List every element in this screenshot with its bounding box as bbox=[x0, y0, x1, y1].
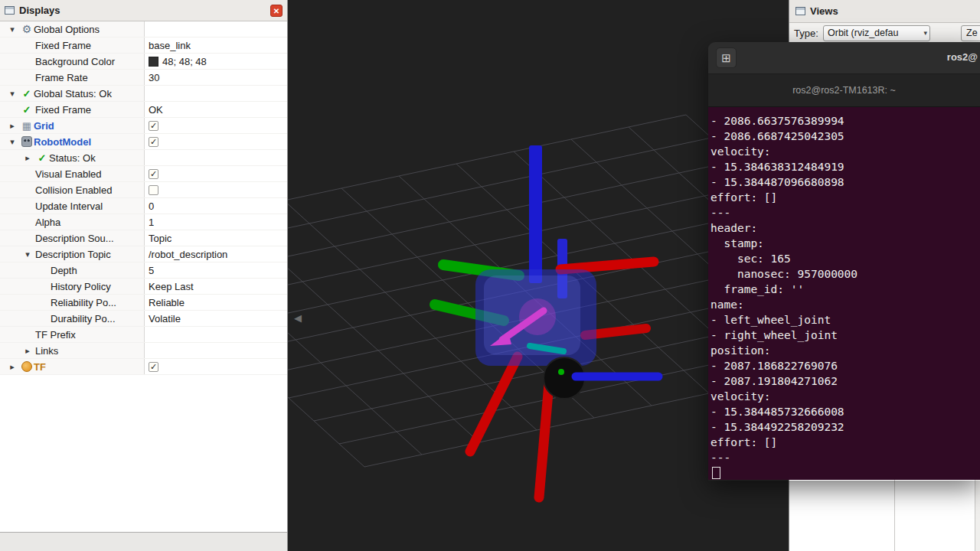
property-value-cell[interactable]: Reliable bbox=[144, 295, 287, 310]
property-value-cell[interactable]: 0 bbox=[144, 198, 287, 214]
property-label-cell: Alpha bbox=[0, 214, 144, 230]
expander-closed-icon[interactable]: ▸ bbox=[5, 121, 20, 131]
property-value-cell[interactable] bbox=[144, 86, 287, 101]
expander-open-icon[interactable]: ▾ bbox=[5, 137, 20, 147]
close-icon[interactable]: ✕ bbox=[270, 5, 283, 17]
indent-spacer bbox=[0, 206, 20, 207]
checkbox-unchecked[interactable] bbox=[149, 185, 158, 195]
property-label-cell: ▾Description Topic bbox=[0, 246, 144, 262]
property-value-cell[interactable]: 5 bbox=[144, 262, 287, 278]
tree-row[interactable]: ▸TF✓ bbox=[0, 359, 287, 375]
terminal-line: - 15.384638312484919 bbox=[710, 159, 980, 174]
expander-closed-icon[interactable]: ▸ bbox=[5, 362, 20, 372]
tree-row[interactable]: Visual Enabled✓ bbox=[0, 166, 287, 182]
property-value-cell[interactable]: 48; 48; 48 bbox=[144, 54, 287, 69]
tree-row[interactable]: Description Sou...Topic bbox=[0, 230, 287, 246]
property-value: 5 bbox=[149, 265, 154, 276]
terminal-line: - 2086.6637576389994 bbox=[710, 113, 980, 129]
new-tab-icon[interactable]: ⊞ bbox=[716, 47, 737, 68]
property-value-cell[interactable]: base_link bbox=[144, 37, 287, 53]
property-value-cell[interactable] bbox=[144, 150, 287, 165]
displays-property-tree: ▾Global OptionsFixed Framebase_linkBackg… bbox=[0, 21, 287, 532]
property-value-cell[interactable]: ✓ bbox=[144, 359, 287, 374]
tree-row[interactable]: ▾Global Status: Ok bbox=[0, 86, 287, 102]
property-value-cell[interactable]: 30 bbox=[144, 70, 287, 85]
tree-row[interactable]: ▾Description Topic/robot_description bbox=[0, 246, 287, 262]
expander-closed-icon[interactable]: ▸ bbox=[20, 153, 35, 163]
terminal-line: - 15.384487096680898 bbox=[710, 174, 980, 190]
tree-row[interactable]: Collision Enabled bbox=[0, 182, 287, 198]
checkbox-checked[interactable]: ✓ bbox=[149, 169, 158, 179]
tree-row[interactable]: ▾RobotModel✓ bbox=[0, 134, 287, 150]
expander-open-icon[interactable]: ▾ bbox=[5, 24, 20, 34]
tree-row[interactable]: Depth5 bbox=[0, 262, 287, 279]
tree-row[interactable]: Reliability Po...Reliable bbox=[0, 295, 287, 311]
property-value: Topic bbox=[149, 233, 172, 244]
indent-spacer bbox=[0, 190, 20, 191]
tree-row[interactable]: Alpha1 bbox=[0, 214, 287, 230]
tree-row[interactable]: Update Interval0 bbox=[0, 198, 287, 214]
panel-collapse-arrow-icon[interactable]: ◀ bbox=[294, 312, 302, 324]
expander-closed-icon[interactable]: ▸ bbox=[20, 346, 35, 356]
terminal-tab[interactable]: ros2@ros2-TM1613R: ~ bbox=[792, 85, 896, 96]
checkbox-checked[interactable]: ✓ bbox=[149, 362, 158, 372]
expander-open-icon[interactable]: ▾ bbox=[20, 249, 35, 259]
property-label: Reliability Po... bbox=[51, 297, 116, 308]
chevron-down-icon: ▾ bbox=[923, 29, 927, 37]
tree-row[interactable]: Frame Rate30 bbox=[0, 70, 287, 86]
terminal-line: --- bbox=[710, 205, 980, 220]
property-value-cell[interactable]: Volatile bbox=[144, 311, 287, 326]
property-label-cell: Background Color bbox=[0, 54, 144, 69]
checkbox-checked[interactable]: ✓ bbox=[149, 121, 158, 131]
property-label: Status: Ok bbox=[49, 152, 96, 164]
property-value-cell[interactable] bbox=[144, 327, 287, 342]
tree-row[interactable]: Durability Po...Volatile bbox=[0, 311, 287, 327]
property-value-cell[interactable]: ✓ bbox=[144, 134, 287, 149]
check-icon bbox=[20, 88, 34, 99]
grid-icon bbox=[20, 120, 34, 132]
terminal-titlebar[interactable]: ⊞ ros2@ bbox=[708, 42, 980, 74]
zero-button[interactable]: Ze bbox=[961, 25, 980, 41]
indent-spacer bbox=[0, 61, 20, 62]
tree-row[interactable]: History PolicyKeep Last bbox=[0, 279, 287, 295]
terminal-output[interactable]: - 2086.6637576389994- 2086.6687425042305… bbox=[708, 107, 980, 480]
property-value-cell[interactable]: Keep Last bbox=[144, 279, 287, 294]
displays-panel-header[interactable]: Displays ✕ bbox=[0, 0, 287, 21]
property-value-cell[interactable]: OK bbox=[144, 102, 287, 117]
robot-icon bbox=[20, 136, 34, 148]
property-value-cell[interactable]: Topic bbox=[144, 230, 287, 246]
views-type-row: Type: Orbit (rviz_defau ▾ Ze bbox=[789, 23, 980, 43]
indent-spacer bbox=[0, 45, 20, 46]
tree-row[interactable]: Fixed Framebase_link bbox=[0, 37, 287, 54]
terminal-tab-bar: ros2@ros2-TM1613R: ~ bbox=[708, 74, 980, 107]
property-label: Collision Enabled bbox=[35, 184, 112, 196]
terminal-line: stamp: bbox=[710, 236, 980, 251]
property-label: Global Options bbox=[34, 24, 100, 35]
view-type-dropdown[interactable]: Orbit (rviz_defau ▾ bbox=[823, 25, 930, 41]
property-value-cell[interactable]: /robot_description bbox=[144, 246, 287, 262]
tree-row[interactable]: Background Color48; 48; 48 bbox=[0, 54, 287, 70]
property-label-cell: ▸Grid bbox=[0, 118, 144, 133]
property-label-cell: ▸TF bbox=[0, 359, 144, 374]
tree-row[interactable]: ▸Grid✓ bbox=[0, 118, 287, 134]
views-panel-header[interactable]: Views bbox=[789, 0, 980, 23]
property-value-cell[interactable] bbox=[144, 182, 287, 197]
property-value-cell[interactable]: ✓ bbox=[144, 166, 287, 181]
tree-row[interactable]: Fixed FrameOK bbox=[0, 102, 287, 118]
property-value-cell[interactable]: ✓ bbox=[144, 118, 287, 133]
expander-open-icon[interactable]: ▾ bbox=[5, 89, 20, 99]
property-label: Background Color bbox=[35, 56, 115, 67]
property-value-cell[interactable]: 1 bbox=[144, 214, 287, 230]
property-value-cell[interactable] bbox=[144, 343, 287, 358]
terminal-line: sec: 165 bbox=[710, 251, 980, 266]
view-type-label: Type: bbox=[794, 28, 818, 39]
tree-row[interactable]: ▸Status: Ok bbox=[0, 150, 287, 166]
tree-row[interactable]: ▸Links bbox=[0, 343, 287, 359]
indent-spacer bbox=[0, 286, 35, 287]
indent-spacer bbox=[0, 109, 20, 110]
checkbox-checked[interactable]: ✓ bbox=[149, 137, 158, 147]
property-value-cell[interactable] bbox=[144, 21, 287, 37]
tree-row[interactable]: ▾Global Options bbox=[0, 21, 287, 37]
indent-spacer bbox=[0, 270, 35, 271]
tree-row[interactable]: TF Prefix bbox=[0, 327, 287, 343]
